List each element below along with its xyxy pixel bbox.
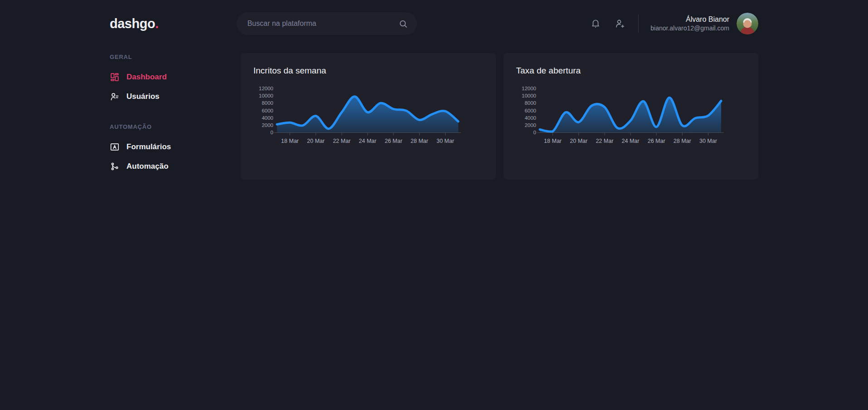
chart-title: Incritos da semana: [253, 66, 496, 76]
sidebar-item-dashboard[interactable]: Dashboard: [110, 72, 241, 82]
subscribers-area-chart: 02000400060008000100001200018 Mar20 Mar2…: [253, 83, 466, 150]
svg-text:22 Mar: 22 Mar: [596, 138, 613, 144]
svg-text:24 Mar: 24 Mar: [621, 138, 639, 144]
svg-text:20 Mar: 20 Mar: [307, 138, 325, 144]
chart-card-taxa-abertura: Taxa de abertura 02000400060008000100001…: [504, 53, 759, 180]
svg-text:4000: 4000: [524, 115, 536, 121]
svg-text:10000: 10000: [522, 93, 536, 98]
svg-text:2000: 2000: [262, 122, 273, 128]
svg-text:26 Mar: 26 Mar: [385, 138, 402, 144]
chart-card-incritos: Incritos da semana 020004000600080001000…: [241, 53, 496, 180]
logo-dot: .: [155, 16, 159, 31]
app-logo: dashgo.: [110, 16, 159, 31]
svg-text:12000: 12000: [259, 86, 273, 91]
search-input[interactable]: [247, 20, 398, 28]
sidebar-item-label: Automação: [126, 162, 169, 171]
user-list-icon: [110, 92, 120, 102]
svg-text:6000: 6000: [524, 108, 536, 113]
svg-text:22 Mar: 22 Mar: [333, 138, 350, 144]
svg-text:28 Mar: 28 Mar: [411, 138, 428, 144]
svg-text:20 Mar: 20 Mar: [570, 138, 587, 144]
app-header: dashgo. Álva: [110, 0, 758, 47]
svg-text:6000: 6000: [262, 108, 273, 113]
svg-text:30 Mar: 30 Mar: [699, 138, 717, 144]
search-bar[interactable]: [237, 12, 417, 35]
svg-text:10000: 10000: [259, 93, 273, 98]
dashboard-grid-icon: [110, 72, 120, 82]
sidebar-item-label: Usuários: [126, 92, 160, 101]
user-name: Álvaro Bianor: [650, 15, 729, 24]
sidebar: GERAL Dashboard: [110, 47, 241, 181]
user-avatar-image[interactable]: [737, 13, 758, 34]
user-profile: Álvaro Bianor bianor.alvaro12@gmail.com: [650, 13, 758, 34]
svg-text:4000: 4000: [262, 115, 273, 121]
sidebar-section-geral: GERAL: [110, 54, 241, 60]
user-email: bianor.alvaro12@gmail.com: [650, 24, 729, 33]
svg-text:24 Mar: 24 Mar: [359, 138, 377, 144]
svg-text:26 Mar: 26 Mar: [647, 138, 665, 144]
main-content: Incritos da semana 020004000600080001000…: [241, 47, 758, 180]
svg-text:30 Mar: 30 Mar: [436, 138, 454, 144]
svg-text:18 Mar: 18 Mar: [281, 138, 299, 144]
chart-title: Taxa de abertura: [516, 66, 759, 76]
sidebar-item-label: Dashboard: [126, 73, 167, 82]
bell-icon[interactable]: [590, 18, 601, 29]
svg-text:8000: 8000: [524, 100, 536, 106]
sidebar-item-automacao[interactable]: Automação: [110, 161, 241, 171]
svg-text:0: 0: [271, 130, 273, 135]
sidebar-item-formularios[interactable]: Formulários: [110, 142, 241, 152]
sidebar-section-automacao: AUTOMAÇÃO: [110, 123, 241, 130]
logo-text: dashgo: [110, 16, 155, 31]
svg-text:12000: 12000: [522, 86, 536, 91]
svg-text:0: 0: [533, 130, 536, 135]
input-letter-a-icon: [110, 142, 120, 152]
header-divider: [638, 15, 639, 33]
search-icon[interactable]: [398, 19, 408, 29]
user-plus-icon[interactable]: [615, 18, 626, 29]
open-rate-area-chart: 02000400060008000100001200018 Mar20 Mar2…: [516, 83, 729, 150]
svg-text:8000: 8000: [262, 100, 273, 106]
svg-text:18 Mar: 18 Mar: [544, 138, 562, 144]
git-merge-icon: [110, 161, 120, 171]
svg-text:28 Mar: 28 Mar: [673, 138, 691, 144]
sidebar-item-label: Formulários: [126, 142, 171, 151]
sidebar-item-usuarios[interactable]: Usuários: [110, 92, 241, 102]
svg-text:2000: 2000: [524, 122, 536, 128]
